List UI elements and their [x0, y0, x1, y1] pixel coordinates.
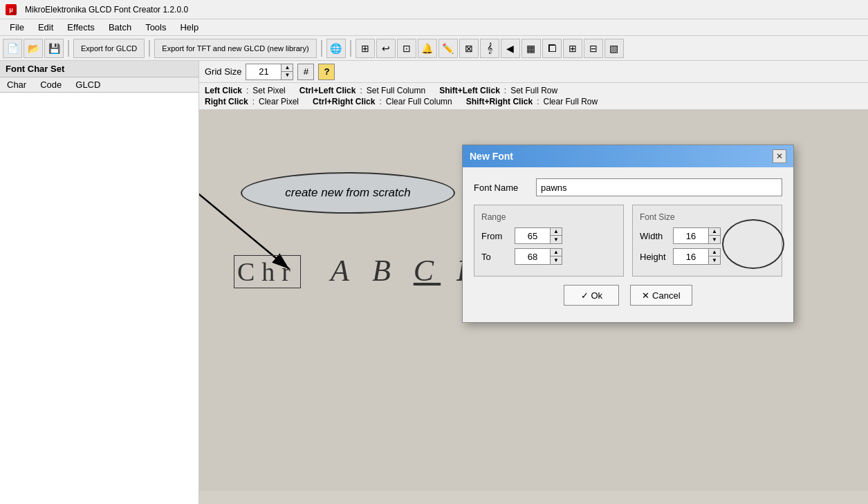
export-tft-btn[interactable]: Export for TFT and new GLCD (new library… — [154, 39, 316, 58]
height-down[interactable]: ▼ — [709, 256, 720, 264]
instruction-row-1: Left Click : Set Pixel Ctrl+Left Click :… — [205, 86, 862, 95]
toolbar-icon13[interactable]: ▧ — [604, 39, 624, 58]
from-input[interactable] — [515, 228, 550, 243]
range-section-title: Range — [481, 212, 616, 222]
toolbar-icon7[interactable]: 𝄞 — [480, 39, 499, 58]
instruction-row-2: Right Click : Clear Pixel Ctrl+Right Cli… — [205, 97, 862, 106]
toolbar-sep-3 — [321, 40, 322, 57]
grid-toggle-btn[interactable]: # — [297, 64, 314, 80]
toolbar-save[interactable]: 💾 — [44, 39, 64, 58]
char-sketch: Chr A B C D — [234, 248, 486, 289]
help-btn[interactable]: ? — [318, 64, 335, 80]
instruction-shift-left: Shift+Left Click : Set Full Row — [439, 86, 557, 95]
toolbar-icon12[interactable]: ⊟ — [584, 39, 603, 58]
toolbar: 📄 📂 💾 Export for GLCD Export for TFT and… — [0, 36, 868, 61]
main-layout: Font Char Set Char Code GLCD Grid Size ▲… — [0, 61, 868, 504]
new-font-dialog: New Font ✕ Font Name Range — [462, 144, 794, 323]
width-spinner: ▲ ▼ — [673, 227, 721, 244]
dialog-title-bar: New Font ✕ — [463, 145, 793, 167]
height-spinner: ▲ ▼ — [673, 248, 721, 265]
toolbar-sep-1 — [68, 40, 69, 57]
from-down[interactable]: ▼ — [551, 236, 562, 243]
instructions-bar: Left Click : Set Pixel Ctrl+Left Click :… — [199, 83, 868, 110]
toolbar-open[interactable]: 📂 — [24, 39, 43, 58]
grid-size-up[interactable]: ▲ — [281, 64, 293, 72]
from-spinner: ▲ ▼ — [515, 227, 562, 244]
col-code: Code — [33, 77, 68, 92]
instruction-ctrl-left: Ctrl+Left Click : Set Full Column — [299, 86, 425, 95]
font-name-input[interactable] — [536, 178, 782, 196]
width-up[interactable]: ▲ — [709, 228, 720, 236]
ok-btn[interactable]: ✓ Ok — [564, 285, 619, 306]
from-label: From — [481, 231, 509, 241]
dialog-body: Font Name Range From — [463, 167, 793, 322]
grid-size-bar: Grid Size ▲ ▼ # ? — [199, 61, 868, 83]
height-up[interactable]: ▲ — [709, 249, 720, 256]
content-area: Grid Size ▲ ▼ # ? Left Click : Set Pixel — [199, 61, 868, 504]
menu-batch[interactable]: Batch — [102, 21, 138, 34]
app-title: MikroElektronika GLCD Font Creator 1.2.0… — [25, 5, 188, 15]
to-spinner: ▲ ▼ — [515, 248, 562, 265]
toolbar-icon11[interactable]: ⊞ — [563, 39, 582, 58]
grid-size-label: Grid Size — [205, 66, 241, 77]
col-glcd: GLCD — [68, 77, 107, 92]
col-char: Char — [0, 77, 33, 92]
toolbar-icon10[interactable]: ⧠ — [542, 39, 562, 58]
toolbar-icon1[interactable]: ⊞ — [355, 39, 375, 58]
toolbar-new[interactable]: 📄 — [3, 39, 22, 58]
height-row: Height ▲ ▼ — [640, 248, 775, 265]
toolbar-icon8[interactable]: ◀ — [501, 39, 520, 58]
annotation-oval: create new from scratch — [241, 172, 455, 214]
toolbar-icon5[interactable]: ✏️ — [438, 39, 458, 58]
dialog-close-btn[interactable]: ✕ — [773, 149, 786, 163]
grid-size-down[interactable]: ▼ — [281, 72, 293, 80]
width-input[interactable] — [674, 228, 708, 243]
title-bar: μ MikroElektronika GLCD Font Creator 1.2… — [0, 0, 868, 19]
font-name-row: Font Name — [474, 178, 782, 196]
range-section: Range From ▲ ▼ — [474, 205, 624, 277]
font-name-label: Font Name — [474, 183, 529, 193]
to-row: To ▲ ▼ — [481, 248, 616, 265]
toolbar-sep-4 — [350, 40, 351, 57]
grid-size-spinner: ▲ ▼ — [246, 64, 293, 80]
canvas-area: create new from scratch Chr A B C D New … — [199, 110, 868, 491]
width-row: Width ▲ ▼ — [640, 227, 775, 244]
left-panel: Font Char Set Char Code GLCD — [0, 61, 199, 504]
width-down[interactable]: ▼ — [709, 236, 720, 243]
menu-bar: File Edit Effects Batch Tools Help — [0, 19, 868, 36]
toolbar-icon6[interactable]: ⊠ — [459, 39, 479, 58]
to-down[interactable]: ▼ — [551, 256, 562, 264]
export-glcd-btn[interactable]: Export for GLCD — [73, 39, 145, 58]
dialog-buttons: ✓ Ok ✕ Cancel — [474, 285, 782, 311]
toolbar-sep-2 — [149, 40, 150, 57]
menu-file[interactable]: File — [3, 21, 31, 34]
height-label: Height — [640, 252, 667, 262]
cancel-btn[interactable]: ✕ Cancel — [630, 285, 692, 306]
two-col-sections: Range From ▲ ▼ — [474, 205, 782, 277]
toolbar-undo[interactable]: ↩ — [376, 39, 396, 58]
menu-edit[interactable]: Edit — [31, 21, 60, 34]
instruction-shift-right: Shift+Right Click : Clear Full Row — [466, 97, 598, 106]
toolbar-globe[interactable]: 🌐 — [326, 39, 346, 58]
height-input[interactable] — [674, 249, 708, 264]
toolbar-icon3[interactable]: ⊡ — [397, 39, 416, 58]
font-size-section-title: Font Size — [640, 212, 775, 222]
to-up[interactable]: ▲ — [551, 249, 562, 256]
font-char-header: Font Char Set — [0, 61, 198, 77]
font-size-section: Font Size Width ▲ ▼ — [632, 205, 782, 277]
col-headers: Char Code GLCD — [0, 77, 198, 93]
toolbar-icon4[interactable]: 🔔 — [418, 39, 437, 58]
menu-tools[interactable]: Tools — [138, 21, 173, 34]
to-input[interactable] — [515, 249, 550, 264]
app-icon: μ — [6, 4, 17, 15]
menu-effects[interactable]: Effects — [60, 21, 102, 34]
grid-size-input[interactable] — [246, 64, 281, 80]
instruction-ctrl-right: Ctrl+Right Click : Clear Full Column — [313, 97, 452, 106]
width-label: Width — [640, 231, 667, 241]
menu-help[interactable]: Help — [173, 21, 205, 34]
toolbar-icon9[interactable]: ▦ — [521, 39, 541, 58]
instruction-right-click: Right Click : Clear Pixel — [205, 97, 299, 106]
char-list — [0, 93, 198, 504]
from-row: From ▲ ▼ — [481, 227, 616, 244]
from-up[interactable]: ▲ — [551, 228, 562, 236]
